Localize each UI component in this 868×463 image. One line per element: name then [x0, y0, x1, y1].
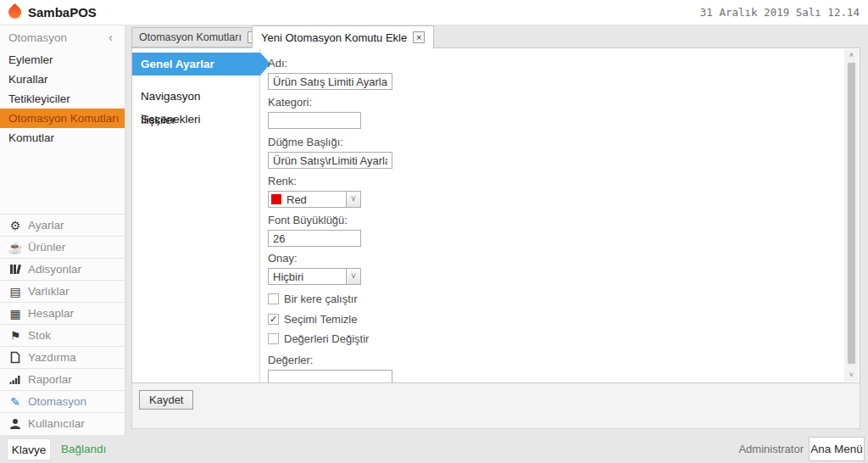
color-select[interactable]: Red ˅ — [268, 191, 361, 208]
close-tab-icon[interactable]: × — [413, 31, 425, 43]
collapse-sidebar-icon[interactable]: ‹ — [108, 25, 113, 50]
name-input[interactable] — [268, 73, 392, 90]
flag-icon: ⚑ — [6, 330, 25, 342]
nav-navigasyon-secenekleri[interactable]: Navigasyon Seçenekleri — [132, 85, 260, 108]
calculator-icon: ▦ — [6, 308, 25, 320]
module-list: ⚙ Ayarlar ☕ Ürünler Adisyonlar ▤ Varlıkl… — [0, 214, 125, 434]
category-label: Kategori: — [268, 96, 312, 109]
values-label: Değerler: — [268, 354, 313, 366]
module-otomasyon[interactable]: ✎ Otomasyon — [0, 390, 125, 412]
nav-genel-ayarlar[interactable]: Genel Ayarlar — [132, 53, 260, 75]
tab-content: Genel Ayarlar Navigasyon Seçenekleri İli… — [131, 47, 860, 383]
color-label: Renk: — [268, 175, 297, 187]
main-menu-button[interactable]: Ana Menü — [809, 437, 865, 461]
settings-nav: Genel Ayarlar Navigasyon Seçenekleri İli… — [132, 48, 260, 382]
values-input[interactable] — [268, 370, 392, 383]
coffee-icon: ☕ — [6, 242, 25, 254]
nav-iliskiler[interactable]: İlişkiler — [132, 109, 260, 131]
vertical-scrollbar[interactable]: ˄ ˅ — [844, 49, 859, 382]
checkbox-unchecked-icon[interactable] — [268, 293, 279, 304]
checkbox-checked-icon[interactable]: ✓ — [268, 314, 279, 325]
checkbox-degerleri-degistir[interactable]: Değerleri Değiştir — [268, 332, 369, 345]
checkbox-unchecked-icon[interactable] — [268, 333, 279, 344]
module-stok[interactable]: ⚑ Stok — [0, 324, 125, 346]
pencil-icon: ✎ — [6, 396, 25, 408]
button-header-input[interactable] — [268, 152, 392, 169]
category-input[interactable] — [268, 112, 361, 129]
module-varliklar[interactable]: ▤ Varlıklar — [0, 280, 125, 302]
sidebar-item-tetikleyiciler[interactable]: Tetikleyiciler — [0, 89, 125, 109]
books-icon — [6, 263, 25, 276]
sidebar-header-label: Otomasyon — [8, 31, 67, 44]
bar-chart-icon — [6, 373, 25, 387]
chevron-down-icon[interactable]: ˅ — [346, 192, 360, 207]
checkbox-secimi-temizle[interactable]: ✓ Seçimi Temizle — [268, 313, 357, 326]
name-label: Adı: — [268, 57, 287, 70]
font-size-input[interactable] — [268, 230, 361, 247]
sidebar-header: Otomasyon ‹ — [0, 25, 125, 50]
sidebar-item-otomasyon-komutlari[interactable]: Otomasyon Komutları — [0, 109, 125, 128]
sidebar-item-kurallar[interactable]: Kurallar — [0, 70, 125, 89]
register-icon: ▤ — [6, 286, 25, 298]
tab-yeni-otomasyon-komutu-ekle[interactable]: Yeni Otomasyon Komutu Ekle × — [252, 25, 434, 48]
sidebar: Otomasyon ‹ Eylemler Kurallar Tetikleyic… — [0, 25, 125, 435]
sambapos-logo-icon — [6, 3, 24, 21]
module-yazdirma[interactable]: Yazdırma — [0, 346, 125, 368]
connection-status: Bağlandı — [61, 438, 106, 460]
logged-in-user: Administrator — [738, 437, 804, 462]
sidebar-item-komutlar[interactable]: Komutlar — [0, 128, 125, 148]
scroll-down-icon[interactable]: ˅ — [844, 369, 859, 382]
module-kullanicilar[interactable]: Kullanıcılar — [0, 412, 125, 434]
module-ayarlar[interactable]: ⚙ Ayarlar — [0, 214, 125, 236]
user-icon — [6, 417, 25, 430]
button-header-label: Düğme Başlığı: — [268, 136, 343, 148]
module-raporlar[interactable]: Raporlar — [0, 368, 125, 390]
module-urunler[interactable]: ☕ Ürünler — [0, 236, 125, 258]
save-button[interactable]: Kaydet — [139, 390, 193, 410]
confirmation-label: Onay: — [268, 252, 298, 265]
content-footer: Kaydet — [131, 383, 860, 429]
gear-icon: ⚙ — [6, 220, 25, 232]
scrollbar-thumb[interactable] — [848, 63, 855, 364]
checkbox-bir-kere-calistir[interactable]: Bir kere çalıştır — [268, 293, 358, 305]
chevron-down-icon[interactable]: ˅ — [346, 269, 360, 284]
confirmation-select[interactable]: Hiçbiri ˅ — [268, 268, 361, 285]
top-bar: SambaPOS 31 Aralık 2019 Salı 12.14 — [0, 0, 868, 25]
app-title: SambaPOS — [28, 0, 97, 25]
tab-otomasyon-komutlari[interactable]: Otomasyon Komutları × — [131, 27, 267, 47]
datetime-display: 31 Aralık 2019 Salı 12.14 — [700, 0, 860, 25]
red-swatch-icon — [271, 194, 281, 204]
scroll-up-icon[interactable]: ˄ — [844, 49, 859, 62]
module-hesaplar[interactable]: ▦ Hesaplar — [0, 302, 125, 324]
module-adisyonlar[interactable]: Adisyonlar — [0, 258, 125, 280]
keyboard-button[interactable]: Klavye — [7, 438, 51, 460]
document-icon — [6, 351, 25, 365]
sidebar-item-eylemler[interactable]: Eylemler — [0, 50, 125, 70]
font-size-label: Font Büyüklüğü: — [268, 214, 348, 226]
